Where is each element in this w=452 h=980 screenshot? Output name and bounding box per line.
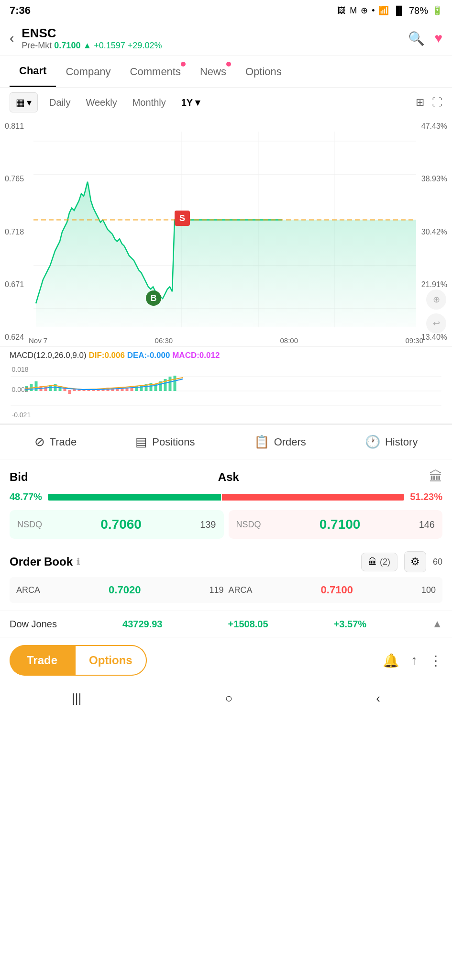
ticker-symbol: ENSC bbox=[22, 26, 408, 41]
share-icon[interactable]: ↑ bbox=[411, 653, 418, 668]
search-icon[interactable]: 🔍 bbox=[408, 31, 425, 46]
footer-action-bar: Trade Options 🔔 ↑ ⋮ bbox=[0, 637, 452, 683]
bank-icon[interactable]: 🏛 bbox=[429, 469, 442, 485]
filter-button[interactable]: ⚙ bbox=[404, 551, 426, 572]
dot-icon: • bbox=[372, 6, 375, 16]
signal-icon: ▐▌ bbox=[393, 6, 405, 16]
macd-dea: DEA:-0.000 bbox=[127, 351, 170, 360]
fullscreen-icon[interactable]: ⛶ bbox=[432, 96, 442, 109]
chrome-icon: ⊕ bbox=[361, 5, 368, 16]
ob-ask-exchange: ARCA bbox=[229, 585, 253, 595]
trade-button[interactable]: Trade bbox=[10, 645, 75, 676]
trade-label: Trade bbox=[50, 436, 77, 448]
wifi-icon: 📶 bbox=[378, 5, 389, 16]
pre-market-info: Pre-Mkt 0.7100 ▲ +0.1597 +29.02% bbox=[22, 41, 408, 51]
timeframe-monthly[interactable]: Monthly bbox=[129, 95, 170, 110]
y-right-label-3: 30.42% bbox=[421, 228, 447, 236]
chevron-up-icon[interactable]: ▲ bbox=[432, 618, 442, 630]
svg-rect-21 bbox=[68, 390, 71, 394]
y-label-4: 0.671 bbox=[5, 280, 24, 289]
bid-ask-section: Bid Ask 🏛 48.77% 51.23% NSDQ 0.7060 139 … bbox=[0, 459, 452, 544]
svg-rect-32 bbox=[121, 389, 124, 391]
nav-orders[interactable]: 📋 Orders bbox=[254, 434, 306, 449]
svg-rect-42 bbox=[169, 377, 172, 391]
macd-section: MACD(12.0,26.0,9.0) DIF:0.006 DEA:-0.000… bbox=[0, 347, 452, 424]
y-right-label-top: 47.43% bbox=[421, 122, 447, 131]
bid-size: 139 bbox=[200, 519, 216, 530]
bid-label: Bid bbox=[10, 470, 28, 484]
info-icon[interactable]: ℹ bbox=[77, 557, 80, 567]
ob-bid-size: 119 bbox=[209, 585, 223, 595]
y-axis-labels: 0.811 0.765 0.718 0.671 0.624 bbox=[5, 117, 24, 346]
bank-filter-button[interactable]: 🏛 (2) bbox=[361, 553, 397, 571]
ask-exchange: NSDQ bbox=[236, 520, 261, 530]
macd-dif: DIF:0.006 bbox=[88, 351, 125, 360]
options-button[interactable]: Options bbox=[75, 645, 147, 676]
notification-icon[interactable]: 🔔 bbox=[383, 653, 399, 668]
favorite-icon[interactable]: ♥ bbox=[434, 31, 442, 46]
chart-area: 0.811 0.765 0.718 0.671 0.624 bbox=[0, 117, 452, 347]
size-value: 60 bbox=[433, 557, 442, 567]
tab-news[interactable]: News bbox=[190, 57, 236, 87]
back-button[interactable]: ‹ bbox=[10, 31, 14, 46]
y-right-label-2: 38.93% bbox=[421, 175, 447, 183]
dropdown-arrow-icon: ▾ bbox=[27, 97, 32, 108]
tab-options[interactable]: Options bbox=[236, 57, 291, 87]
bid-bar bbox=[48, 494, 221, 501]
pre-mkt-price: 0.7100 bbox=[54, 41, 80, 50]
menu-button[interactable]: ||| bbox=[72, 691, 81, 706]
tab-company[interactable]: Company bbox=[56, 57, 120, 87]
tab-comments[interactable]: Comments bbox=[121, 57, 190, 87]
order-book-title: Order Book ℹ bbox=[10, 555, 80, 568]
back-nav-button[interactable]: ‹ bbox=[376, 691, 380, 706]
macd-chart-svg: 0.018 0.002 -0.021 bbox=[10, 362, 442, 420]
status-icons: 🖼 M ⊕ • 📶 ▐▌ 78% 🔋 bbox=[337, 5, 442, 16]
chart-controls: ▦ ▾ Daily Weekly Monthly 1Y ▾ ⊞ ⛶ bbox=[0, 88, 452, 117]
ob-ask-size: 100 bbox=[421, 585, 436, 595]
dow-jones-change: +1508.05 bbox=[228, 619, 268, 630]
timeframe-1y[interactable]: 1Y ▾ bbox=[177, 95, 204, 110]
nav-trade[interactable]: ⊘ Trade bbox=[34, 434, 77, 449]
bid-ask-header: Bid Ask 🏛 bbox=[10, 469, 442, 485]
tab-chart[interactable]: Chart bbox=[10, 56, 56, 87]
order-book-row: ARCA 0.7020 119 ARCA 0.7100 100 bbox=[10, 577, 442, 603]
bid-percentage: 48.77% bbox=[10, 491, 42, 502]
orders-label: Orders bbox=[274, 436, 306, 448]
system-nav: ||| ○ ‹ bbox=[0, 683, 452, 713]
more-icon[interactable]: ⋮ bbox=[429, 653, 442, 668]
ob-ask-price: 0.7100 bbox=[321, 584, 353, 596]
bank-button-icon: 🏛 bbox=[368, 557, 377, 567]
ob-bid-exchange: ARCA bbox=[16, 585, 40, 595]
y-label-2: 0.765 bbox=[5, 175, 24, 183]
footer-icons: 🔔 ↑ ⋮ bbox=[383, 653, 442, 668]
home-button[interactable]: ○ bbox=[225, 691, 232, 706]
x-label-2: 06:30 bbox=[155, 336, 173, 345]
svg-text:-0.021: -0.021 bbox=[12, 411, 31, 419]
nav-positions[interactable]: ▤ Positions bbox=[135, 434, 195, 449]
ob-bid: ARCA 0.7020 119 bbox=[16, 584, 224, 596]
svg-rect-43 bbox=[174, 376, 176, 391]
timeframe-weekly[interactable]: Weekly bbox=[82, 95, 121, 110]
ask-card: NSDQ 0.7100 146 bbox=[229, 510, 443, 539]
timeframe-daily[interactable]: Daily bbox=[45, 95, 74, 110]
candlestick-icon: ▦ bbox=[16, 97, 25, 108]
order-book-header: Order Book ℹ 🏛 (2) ⚙ 60 bbox=[10, 551, 442, 572]
x-axis-labels: Nov 7 06:30 08:00 09:30 bbox=[0, 336, 452, 345]
indicator-icon[interactable]: ⊞ bbox=[416, 96, 424, 109]
y-label-3: 0.718 bbox=[5, 228, 24, 236]
y-axis-right-labels: 47.43% 38.93% 30.42% 21.91% 13.40% bbox=[421, 117, 447, 346]
ob-ask: ARCA 0.7100 100 bbox=[229, 584, 436, 596]
macd-chart: 0.018 0.002 -0.021 bbox=[10, 362, 442, 420]
dow-jones-ticker: Dow Jones 43729.93 +1508.05 +3.57% ▲ bbox=[0, 611, 452, 637]
battery-indicator: 78% bbox=[409, 5, 428, 16]
chart-type-button[interactable]: ▦ ▾ bbox=[10, 92, 38, 112]
ask-label: Ask bbox=[218, 470, 239, 484]
nav-history[interactable]: 🕐 History bbox=[365, 434, 418, 449]
bank-count: (2) bbox=[380, 557, 390, 567]
bid-ask-bars: 48.77% 51.23% bbox=[10, 491, 442, 502]
price-chart-svg bbox=[0, 117, 452, 346]
header: ‹ ENSC Pre-Mkt 0.7100 ▲ +0.1597 +29.02% … bbox=[0, 21, 452, 56]
history-label: History bbox=[385, 436, 418, 448]
pre-mkt-label: Pre-Mkt bbox=[22, 41, 52, 50]
bottom-nav: ⊘ Trade ▤ Positions 📋 Orders 🕐 History bbox=[0, 424, 452, 459]
